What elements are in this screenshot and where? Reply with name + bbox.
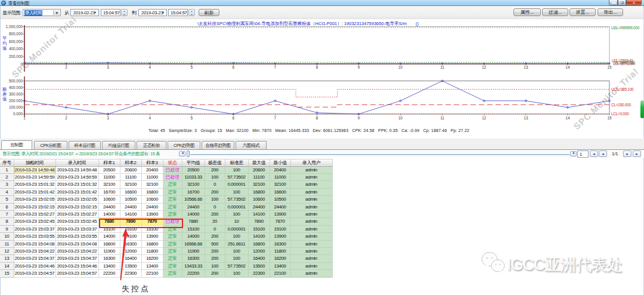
svg-text:LCL=0.000: LCL=0.000 bbox=[611, 112, 629, 116]
svg-text:800,000: 800,000 bbox=[9, 32, 23, 36]
svg-text:10: 10 bbox=[398, 65, 403, 69]
svg-text:300.000: 300.000 bbox=[9, 92, 23, 96]
svg-text:2: 2 bbox=[65, 116, 67, 120]
svg-text:0.000: 0.000 bbox=[13, 112, 23, 116]
svg-text:8: 8 bbox=[316, 116, 318, 120]
svg-text:2: 2 bbox=[65, 65, 67, 69]
svg-text:13: 13 bbox=[524, 65, 528, 69]
svg-text:15: 15 bbox=[607, 116, 612, 120]
svg-text:200,000: 200,000 bbox=[9, 54, 23, 59]
svg-text:500.000: 500.000 bbox=[9, 79, 23, 83]
svg-text:8: 8 bbox=[316, 65, 318, 69]
svg-text:3: 3 bbox=[107, 116, 109, 120]
svg-text:UCL=385.100: UCL=385.100 bbox=[611, 87, 634, 91]
svg-text:12: 12 bbox=[482, 116, 487, 120]
svg-text:200.000: 200.000 bbox=[9, 99, 23, 103]
svg-text:11: 11 bbox=[440, 65, 444, 69]
svg-text:CL=150.000: CL=150.000 bbox=[611, 103, 631, 107]
svg-text:14: 14 bbox=[565, 116, 570, 120]
svg-text:12: 12 bbox=[482, 65, 487, 69]
svg-text:7: 7 bbox=[274, 116, 277, 120]
svg-text:400.000: 400.000 bbox=[9, 85, 23, 90]
svg-text:400,000: 400,000 bbox=[9, 47, 23, 51]
svg-text:10: 10 bbox=[398, 116, 403, 120]
svg-text:值: 值 bbox=[2, 45, 7, 51]
svg-text:15: 15 bbox=[607, 65, 612, 69]
svg-text:13: 13 bbox=[524, 116, 528, 120]
svg-text:600,000: 600,000 bbox=[9, 39, 23, 44]
svg-text:值: 值 bbox=[2, 96, 7, 102]
svg-text:11: 11 bbox=[440, 116, 444, 120]
svg-text:5: 5 bbox=[191, 65, 193, 69]
svg-text:9: 9 bbox=[358, 65, 360, 69]
svg-text:LCL=8974.2340: LCL=8974.2340 bbox=[613, 62, 636, 66]
svg-text:5: 5 bbox=[191, 116, 193, 120]
svg-text:6: 6 bbox=[233, 65, 235, 69]
svg-text:7: 7 bbox=[274, 65, 277, 69]
svg-text:0: 0 bbox=[20, 62, 23, 66]
svg-text:1,000,000: 1,000,000 bbox=[6, 24, 23, 29]
svg-text:1: 1 bbox=[23, 116, 26, 120]
svg-text:100.000: 100.000 bbox=[9, 105, 23, 109]
svg-text:14: 14 bbox=[565, 65, 570, 69]
svg-text:4: 4 bbox=[148, 116, 151, 120]
svg-text:Total: 45 SampleSize: 3 Gr: Total: 45 SampleSize: 3 Groups: 15 Max: … bbox=[148, 128, 469, 133]
svg-text:6: 6 bbox=[233, 116, 235, 120]
svg-text:3: 3 bbox=[107, 65, 109, 69]
svg-text:9: 9 bbox=[358, 116, 360, 120]
svg-text:4: 4 bbox=[148, 65, 151, 69]
svg-text:USL=999999.000: USL=999999.000 bbox=[611, 26, 640, 30]
